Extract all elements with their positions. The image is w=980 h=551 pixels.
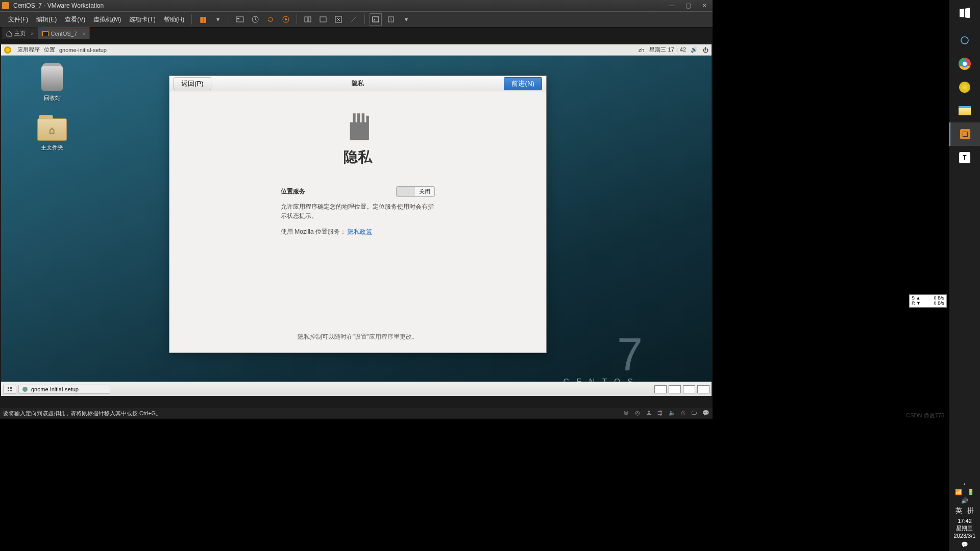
- brand-version: 7: [617, 332, 643, 378]
- applications-menu[interactable]: 应用程序: [17, 46, 40, 54]
- window-title: CentOS_7 - VMware Workstation: [13, 2, 104, 9]
- location-service-label: 位置服务: [281, 187, 305, 196]
- stretch-button[interactable]: [385, 13, 397, 26]
- ime-mode[interactable]: 拼: [967, 506, 974, 515]
- forward-button[interactable]: 前进(N): [504, 77, 542, 90]
- initial-setup-dialog: 返回(P) 隐私 前进(N) 隐私 位置服务 关闭: [169, 76, 547, 353]
- menu-edit[interactable]: 编辑(E): [32, 15, 61, 24]
- taskbar-vmware-icon[interactable]: [949, 122, 980, 146]
- clock-label[interactable]: 星期三 17：42: [649, 46, 686, 54]
- close-icon[interactable]: ×: [82, 31, 85, 37]
- privacy-icon: [340, 106, 376, 141]
- menu-file[interactable]: 文件(F): [4, 15, 32, 24]
- show-desktop-button[interactable]: [3, 385, 16, 394]
- svg-rect-7: [320, 17, 326, 22]
- taskbar-explorer-icon[interactable]: [949, 99, 980, 122]
- gnome-top-bar: 应用程序 位置 gnome-initial-setup zh 星期三 17：42…: [1, 44, 712, 56]
- tab-centos7[interactable]: CentOS_7 ×: [38, 28, 90, 39]
- vmware-menubar: 文件(F) 编辑(E) 查看(V) 虚拟机(M) 选项卡(T) 帮助(H) ▮▮…: [0, 11, 713, 28]
- device-sound-icon[interactable]: 🔈: [669, 410, 676, 417]
- vmware-hint-bar: 要将输入定向到该虚拟机，请将鼠标指针移入其中或按 Ctrl+G。 ⛁ ◎ 🖧 ⇶…: [0, 408, 713, 418]
- close-button[interactable]: ✕: [696, 2, 713, 9]
- dialog-footer: 隐私控制可以随时在"设置"应用程序里更改。: [169, 333, 546, 341]
- service-prefix: 使用 Mozilla 位置服务：: [281, 228, 346, 235]
- vmware-icon: [2, 2, 9, 9]
- net-speed-widget[interactable]: S ▲R ▼ 0 B/s0 B/s: [909, 294, 947, 308]
- menu-vm[interactable]: 虚拟机(M): [89, 15, 125, 24]
- tray-chevron-icon[interactable]: ‹: [964, 481, 966, 487]
- tray-wifi-icon[interactable]: 📶: [955, 489, 962, 495]
- fullscreen-button[interactable]: [332, 13, 345, 26]
- switch-off-label: 关闭: [415, 187, 434, 196]
- device-printer-icon[interactable]: 🖨: [680, 410, 687, 417]
- trash-icon[interactable]: 回收站: [29, 66, 75, 102]
- minimize-button[interactable]: —: [664, 2, 680, 9]
- vmware-titlebar[interactable]: CentOS_7 - VMware Workstation — ▢ ✕: [0, 0, 713, 11]
- location-switch[interactable]: 关闭: [396, 186, 435, 197]
- guest-display[interactable]: 应用程序 位置 gnome-initial-setup zh 星期三 17：42…: [1, 44, 712, 396]
- device-usb-icon[interactable]: ⇶: [657, 410, 665, 417]
- location-description: 允许应用程序确定您的地理位置。定位服务使用时会有指示状态提示。: [281, 202, 435, 220]
- view-multi-button[interactable]: [317, 13, 329, 26]
- start-button[interactable]: [949, 0, 980, 26]
- home-folder-icon[interactable]: ⌂ 主文件夹: [29, 118, 75, 152]
- device-display-icon[interactable]: 🖵: [691, 410, 698, 417]
- tab-home[interactable]: 主页 ×: [2, 28, 38, 39]
- taskbar-item-setup[interactable]: gnome-initial-setup: [18, 385, 110, 394]
- taskbar-item-label: gnome-initial-setup: [31, 386, 79, 392]
- svg-rect-9: [373, 17, 379, 22]
- privacy-policy-link[interactable]: 隐私政策: [348, 228, 372, 235]
- tray-volume-icon[interactable]: 🔊: [961, 497, 968, 504]
- menu-view[interactable]: 查看(V): [61, 15, 89, 24]
- svg-point-11: [22, 387, 28, 392]
- vm-icon: [42, 31, 48, 36]
- taskbar-chrome-icon[interactable]: [949, 52, 980, 76]
- workspace-3[interactable]: [683, 385, 695, 393]
- places-menu[interactable]: 位置: [44, 46, 55, 54]
- stretch-dropdown[interactable]: ▾: [400, 13, 412, 26]
- tab-home-label: 主页: [14, 30, 26, 37]
- tab-centos-label: CentOS_7: [51, 31, 77, 37]
- taskbar-cortana-icon[interactable]: [949, 29, 980, 52]
- message-icon[interactable]: 💬: [702, 410, 709, 417]
- workspace-2[interactable]: [669, 385, 681, 393]
- revert-button[interactable]: [264, 13, 277, 26]
- device-cd-icon[interactable]: ◎: [635, 410, 642, 417]
- windows-taskbar: T ‹ 📶 🔋 🔊 英 拼 17:42 星期三 2023/3/1 💬: [949, 0, 980, 551]
- desktop-icons: 回收站 ⌂ 主文件夹: [29, 66, 75, 168]
- maximize-button[interactable]: ▢: [680, 2, 696, 9]
- ime-lang[interactable]: 英: [955, 506, 962, 515]
- activities-icon[interactable]: [4, 46, 11, 54]
- input-hint: 要将输入定向到该虚拟机，请将鼠标指针移入其中或按 Ctrl+G。: [3, 410, 161, 417]
- tray-notifications-icon[interactable]: 💬: [961, 541, 968, 548]
- view-single-button[interactable]: [302, 13, 314, 26]
- power-icon[interactable]: ⏻: [702, 47, 708, 53]
- svg-rect-6: [308, 17, 311, 22]
- close-icon[interactable]: ×: [31, 31, 34, 37]
- taskbar-app-icon[interactable]: [949, 76, 980, 99]
- tray-clock[interactable]: 17:42 星期三 2023/3/1: [954, 517, 976, 539]
- dialog-heading: 隐私: [169, 147, 546, 167]
- tray-battery-icon[interactable]: 🔋: [967, 489, 974, 495]
- workspace-4[interactable]: [697, 385, 709, 393]
- menu-help[interactable]: 帮助(H): [160, 15, 189, 24]
- back-button[interactable]: 返回(P): [174, 77, 211, 90]
- workspace-1[interactable]: [654, 385, 667, 393]
- suspend-button[interactable]: ▮▮: [197, 13, 209, 26]
- console-button[interactable]: [370, 13, 382, 26]
- taskbar-text-icon[interactable]: T: [949, 146, 980, 169]
- menu-tabs[interactable]: 选项卡(T): [125, 15, 159, 24]
- power-dropdown[interactable]: ▾: [212, 13, 224, 26]
- volume-icon[interactable]: 🔊: [691, 47, 697, 53]
- current-app-label[interactable]: gnome-initial-setup: [59, 47, 107, 53]
- vmware-window: CentOS_7 - VMware Workstation — ▢ ✕ 文件(F…: [0, 0, 713, 419]
- input-lang[interactable]: zh: [639, 47, 645, 53]
- device-net-icon[interactable]: 🖧: [646, 410, 653, 417]
- unity-button[interactable]: [348, 13, 360, 26]
- snapshot-button[interactable]: [249, 13, 261, 26]
- snapshot-mgr-button[interactable]: [280, 13, 292, 26]
- send-ctrlaltdel-button[interactable]: [234, 13, 246, 26]
- vmware-tabs: 主页 × CentOS_7 ×: [0, 28, 713, 39]
- device-hdd-icon[interactable]: ⛁: [624, 410, 631, 417]
- home-label: 主文件夹: [41, 144, 63, 152]
